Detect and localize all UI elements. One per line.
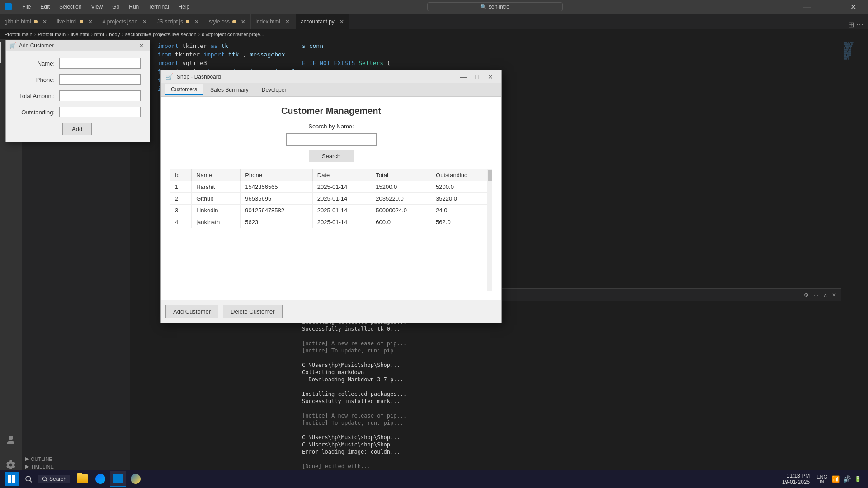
terminal-line: [notice] A new release of pip... xyxy=(302,340,836,347)
shop-content: Customer Management Search by Name: Sear… xyxy=(161,97,501,300)
table-container: Id Name Phone Date Total Outstanding 1 xyxy=(170,169,492,291)
terminal-line: Error loading image: couldn... xyxy=(302,448,836,455)
table-row[interactable]: 2 Github 96535695 2025-01-14 2035220.0 3… xyxy=(170,193,492,205)
terminal-line xyxy=(302,333,836,340)
menu-go[interactable]: Go xyxy=(108,3,123,11)
search-button[interactable]: Search xyxy=(309,150,354,162)
tab-close-icon[interactable]: ✕ xyxy=(42,18,47,25)
terminal-chevron-up-icon[interactable]: ∧ xyxy=(823,292,827,298)
add-customer-footer-button[interactable]: Add Customer xyxy=(165,305,218,318)
dialog-close-button[interactable]: ✕ xyxy=(137,41,146,50)
breadcrumb-part[interactable]: html xyxy=(94,32,104,37)
breadcrumb-part[interactable]: Profotil-main xyxy=(5,32,33,37)
breadcrumb-part[interactable]: section#live-projects.live-section xyxy=(125,32,197,37)
taskbar-search-bar[interactable]: Search xyxy=(38,475,70,483)
title-search-input[interactable] xyxy=(427,2,563,11)
shop-dashboard-window: 🛒 Shop - Dashboard — □ ✕ Customers Sales… xyxy=(160,70,502,323)
tab-close-icon[interactable]: ✕ xyxy=(194,18,199,25)
taskbar-edge[interactable] xyxy=(92,471,108,487)
tab-index-html[interactable]: index.html ✕ xyxy=(251,14,296,29)
svg-line-5 xyxy=(30,480,32,482)
menu-terminal[interactable]: Terminal xyxy=(145,3,172,11)
terminal-more-icon[interactable]: ⋯ xyxy=(813,292,819,298)
maximize-button[interactable]: □ xyxy=(820,0,840,14)
name-input[interactable] xyxy=(59,58,141,69)
volume-icon[interactable]: 🔊 xyxy=(843,475,851,483)
tab-label: # projects.json xyxy=(103,19,137,25)
battery-icon[interactable]: 🔋 xyxy=(854,476,861,482)
delete-customer-button[interactable]: Delete Customer xyxy=(223,305,283,318)
total-input[interactable] xyxy=(59,90,141,101)
start-button[interactable] xyxy=(5,472,19,486)
cell-outstanding: 562.0 xyxy=(431,216,492,228)
more-actions-icon[interactable]: ⋯ xyxy=(856,20,863,29)
phone-label: Phone: xyxy=(15,76,55,83)
taskbar-vscode[interactable] xyxy=(110,471,126,487)
menu-run[interactable]: Run xyxy=(125,3,142,11)
shop-restore-button[interactable]: □ xyxy=(471,72,483,81)
taskbar-clock[interactable]: 11:13 PM 19-01-2025 xyxy=(782,473,814,485)
tab-live-html[interactable]: live.html ✕ xyxy=(52,14,98,29)
cell-id: 2 xyxy=(170,193,192,205)
shop-nav-developer[interactable]: Developer xyxy=(256,85,292,95)
col-total: Total xyxy=(371,169,431,181)
tab-github-html[interactable]: github.html ✕ xyxy=(0,14,52,29)
terminal-settings-icon[interactable]: ⚙ xyxy=(804,292,809,298)
table-row[interactable]: 1 Harshit 1542356565 2025-01-14 15200.0 … xyxy=(170,181,492,193)
table-scrollbar[interactable] xyxy=(487,169,492,291)
sidebar-outline-header[interactable]: ▶ OUTLINE xyxy=(22,455,130,463)
breadcrumb-part[interactable]: body xyxy=(109,32,120,37)
shop-nav-customers[interactable]: Customers xyxy=(165,84,203,95)
wifi-icon[interactable]: 📶 xyxy=(832,475,840,483)
tab-script-js[interactable]: JS script.js ✕ xyxy=(152,14,204,29)
close-button[interactable]: ✕ xyxy=(843,0,863,14)
taskbar-search[interactable] xyxy=(21,472,36,486)
menu-view[interactable]: View xyxy=(87,3,106,11)
table-row[interactable]: 4 jankinath 5623 2025-01-14 600.0 562.0 xyxy=(170,216,492,228)
tab-close-icon[interactable]: ✕ xyxy=(285,18,290,25)
minimize-button[interactable]: — xyxy=(797,0,817,14)
phone-input[interactable] xyxy=(59,74,141,85)
breadcrumb-part[interactable]: div#project-container.proje... xyxy=(202,32,264,37)
search-name-input[interactable] xyxy=(286,133,377,146)
menu-file[interactable]: File xyxy=(19,3,34,11)
tab-close-icon[interactable]: ✕ xyxy=(241,18,246,25)
col-id: Id xyxy=(170,169,192,181)
taskbar-file-explorer[interactable] xyxy=(75,471,91,487)
shop-nav-sales-summary[interactable]: Sales Summary xyxy=(205,85,254,95)
menu-edit[interactable]: Edit xyxy=(37,3,53,11)
cell-phone: 901256478582 xyxy=(241,205,313,216)
terminal-line: Downloading Markdown-3.7-p... xyxy=(302,376,836,383)
taskbar-python[interactable] xyxy=(127,471,144,487)
outstanding-input[interactable] xyxy=(59,107,141,117)
taskbar-locale[interactable]: ENG IN xyxy=(816,474,830,484)
tab-projects-json[interactable]: # projects.json ✕ xyxy=(98,14,152,29)
terminal-close-icon[interactable]: ✕ xyxy=(832,292,836,298)
shop-nav: Customers Sales Summary Developer xyxy=(161,83,501,97)
menu-help[interactable]: Help xyxy=(175,3,193,11)
dialog-add-button[interactable]: Add xyxy=(62,123,92,135)
split-editor-icon[interactable]: ⊞ xyxy=(848,20,854,29)
chevron-right-icon: ▶ xyxy=(25,464,29,469)
svg-rect-2 xyxy=(8,479,11,483)
breadcrumb-part[interactable]: live.html xyxy=(71,32,89,37)
tab-accountant-py[interactable]: accountant.py ✕ xyxy=(296,14,349,29)
accounts-icon[interactable] xyxy=(0,429,22,451)
tab-close-icon[interactable]: ✕ xyxy=(339,18,344,25)
menu-selection[interactable]: Selection xyxy=(56,3,85,11)
terminal-line: Installing collected packages... xyxy=(302,390,836,398)
tab-style-css[interactable]: style.css ✕ xyxy=(204,14,251,29)
cell-name: Github xyxy=(192,193,241,205)
shop-minimize-button[interactable]: — xyxy=(457,72,470,81)
tab-close-icon[interactable]: ✕ xyxy=(88,18,93,25)
sidebar-timeline-header[interactable]: ▶ TIMELINE xyxy=(22,463,130,470)
cell-total: 50000024.0 xyxy=(371,205,431,216)
scrollbar-thumb xyxy=(488,170,492,181)
shop-close-button[interactable]: ✕ xyxy=(484,72,497,81)
breadcrumb-part[interactable]: Profotil-main xyxy=(38,32,66,37)
terminal-content[interactable]: Collecting tk Downloading tk-0.1.0-py3-n… xyxy=(297,301,841,478)
table-row[interactable]: 3 Linkedin 901256478582 2025-01-14 50000… xyxy=(170,205,492,216)
title-bar: File Edit Selection View Go Run Terminal… xyxy=(0,0,868,14)
tab-close-icon[interactable]: ✕ xyxy=(142,18,147,25)
tab-label: live.html xyxy=(57,19,77,25)
